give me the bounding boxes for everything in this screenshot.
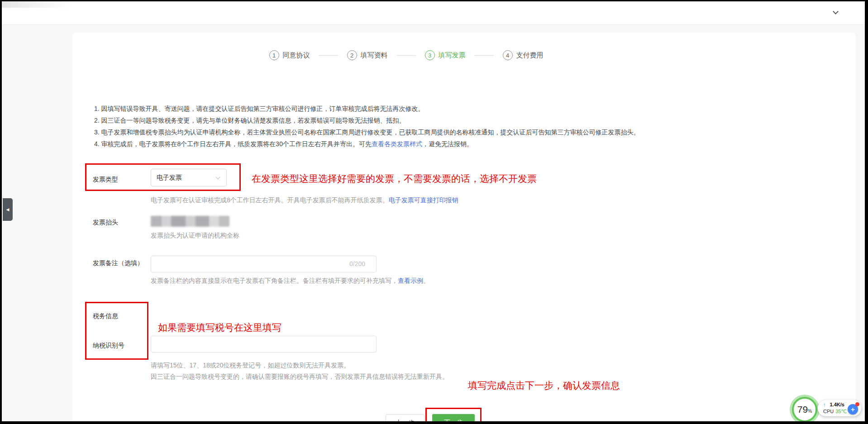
step-item-agree: 1 同意协议: [269, 50, 310, 60]
tax-id-input[interactable]: [151, 336, 377, 353]
cpu-temperature: 35℃: [835, 408, 847, 415]
notice-line-4-text: 4. 审核完成后，电子发票将在8个工作日左右开具，纸质发票将在30个工作日左右开…: [94, 140, 372, 148]
invoice-title-label: 发票抬头: [93, 219, 118, 227]
step-circle: 3: [425, 50, 435, 60]
memory-usage-badge[interactable]: 79%: [792, 397, 817, 421]
step-label: 同意协议: [283, 51, 310, 60]
notice-line-4-suffix: ，避免无法报销。: [422, 140, 473, 148]
step-circle: 4: [503, 50, 513, 60]
sidebar-collapse-tab[interactable]: ◀: [3, 198, 13, 221]
memory-percent: 79: [797, 404, 808, 415]
prev-button[interactable]: 上一步: [386, 414, 424, 421]
step-connector: [319, 55, 338, 56]
cpu-label: CPU: [823, 408, 834, 415]
notice-line-2: 2. 因三证合一等问题导致税务变更，请先与单位财务确认清楚发票信息，若发票错误可…: [94, 114, 673, 126]
step-label: 支付费用: [516, 51, 544, 60]
top-bar: [2, 1, 865, 25]
memory-percent-unit: %: [808, 409, 812, 414]
invoice-samples-link[interactable]: 查看各类发票样式: [372, 140, 422, 148]
step-item-info: 2 填写资料: [347, 50, 388, 60]
tax-highlight-box: [85, 302, 148, 360]
chevron-down-icon: [216, 176, 221, 180]
invoice-remark-helper-suffix: 。: [423, 277, 429, 284]
up-arrow-icon: ↑: [823, 401, 826, 408]
net-up-speed: 1.4K/s: [830, 401, 844, 408]
next-step-hint: 填写完成点击下一步，确认发票信息: [468, 379, 620, 392]
step-connector: [475, 55, 494, 56]
tax-id-label: 纳税识别号: [93, 342, 124, 350]
tax-hint: 如果需要填写税号在这里填写: [158, 321, 281, 334]
step-circle: 2: [347, 50, 357, 60]
invoice-type-value: 电子发票: [157, 174, 216, 182]
notice-list: 1. 因填写错误导致开具、寄送问题，请在提交认证后告知第三方审核公司进行修正，订…: [94, 103, 673, 150]
notification-dot: [855, 402, 859, 406]
char-counter: 0/200: [349, 260, 365, 267]
invoice-title-redacted: [151, 216, 229, 227]
step-item-invoice: 3 填写发票: [425, 50, 466, 60]
step-label: 填写发票: [439, 51, 466, 60]
step-label: 填写资料: [361, 51, 388, 60]
collapse-arrow-icon: ◀: [6, 207, 10, 212]
invoice-title-helper: 发票抬头为认证申请的机构全称: [151, 232, 239, 240]
stepper: 1 同意协议 2 填写资料 3 填写发票 4 支付费用: [2, 50, 838, 60]
view-example-link[interactable]: 查看示例: [398, 277, 423, 284]
notice-line-3: 3. 电子发票和增值税专票抬头均为认证申请机构全称，若主体营业执照公司名称在国家…: [94, 126, 673, 138]
invoice-type-hint: 在发票类型这里选择好需要的发票，不需要发票的话，选择不开发票: [252, 172, 537, 185]
tax-helper-2: 因三证合一问题导致税号变更的，请确认需要报账的税号再填写，否则发票开具信息错误将…: [151, 373, 448, 381]
next-button[interactable]: 下一步: [432, 414, 475, 421]
notice-line-4: 4. 审核完成后，电子发票将在8个工作日左右开具，纸质发票将在30个工作日左右开…: [94, 138, 673, 150]
invoice-remark-helper: 发票备注栏的内容直接显示在电子发票右下角备注栏。备注栏有填开要求的可补充填写，查…: [151, 277, 429, 285]
print-reimburse-link[interactable]: 电子发票可直接打印报销: [389, 196, 458, 204]
notice-line-1: 1. 因填写错误导致开具、寄送问题，请在提交认证后告知第三方审核公司进行修正，订…: [94, 103, 673, 114]
invoice-remark-helper-text: 发票备注栏的内容直接显示在电子发票右下角备注栏。备注栏有填开要求的可补充填写，: [151, 277, 398, 284]
invoice-type-label: 发票类型: [93, 176, 118, 184]
invoice-remark-input[interactable]: [151, 256, 377, 272]
step-circle: 1: [269, 50, 279, 60]
invoice-type-select[interactable]: 电子发票: [151, 169, 227, 186]
chevron-down-icon[interactable]: [833, 10, 839, 15]
invoice-remark-label: 发票备注（选填）: [93, 259, 143, 267]
invoice-type-helper-text: 电子发票可在认证审核完成8个工作日左右开具。开具电子发票后不能再开纸质发票。: [151, 196, 389, 204]
step-item-pay: 4 支付费用: [503, 50, 544, 60]
step-connector: [397, 55, 416, 56]
invoice-type-helper: 电子发票可在认证审核完成8个工作日左右开具。开具电子发票后不能再开纸质发票。电子…: [151, 196, 458, 205]
plus-icon: +: [851, 405, 855, 413]
app-frame: ◀ 1 同意协议 2 填写资料 3 填写发票 4 支付费用 1. 因填写错误导致…: [2, 1, 865, 421]
tax-section-label: 税务信息: [93, 312, 118, 320]
tax-helper-1: 请填写15位、17、18或20位税务登记号，如超过位数则无法开具发票。: [151, 362, 350, 370]
